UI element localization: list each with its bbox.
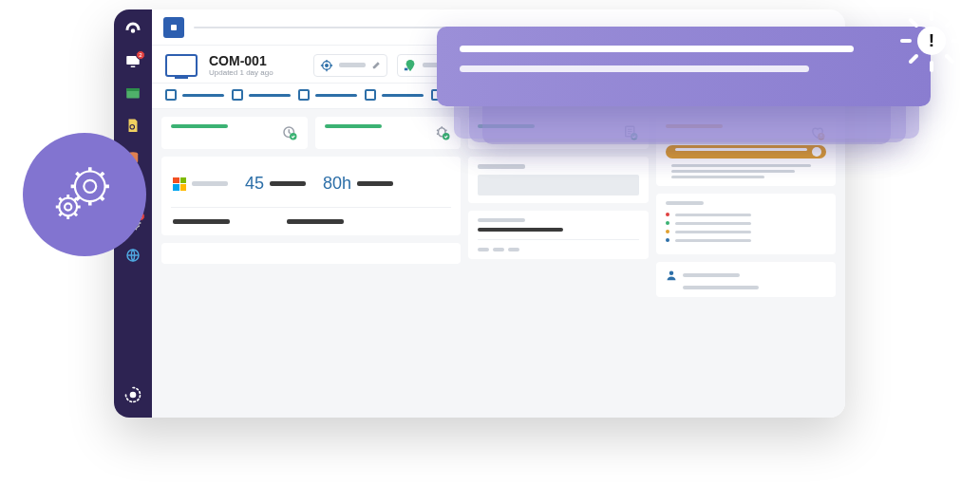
sidebar-globe[interactable]	[123, 247, 142, 264]
map-pin-icon	[404, 59, 417, 72]
app-menu-button[interactable]	[163, 17, 184, 38]
card-user	[656, 262, 836, 297]
metric-uptime: 80h	[323, 174, 393, 194]
notification-body	[460, 65, 809, 72]
metric-os	[173, 177, 228, 191]
asset-title: COM-001	[209, 53, 273, 68]
list-item	[666, 230, 826, 233]
svg-line-29	[911, 20, 916, 26]
windows-icon	[173, 177, 186, 191]
badge-devices: 2	[136, 50, 145, 60]
svg-point-9	[131, 393, 136, 398]
bug-check-icon	[434, 124, 451, 141]
sidebar-dashboard[interactable]	[123, 21, 142, 38]
svg-point-0	[132, 29, 135, 32]
card-info-1	[468, 157, 648, 203]
doc-search-icon	[124, 118, 141, 135]
user-icon	[666, 270, 677, 281]
col-mid	[468, 117, 648, 410]
asset-monitor-icon	[165, 54, 198, 77]
svg-point-23	[65, 203, 71, 210]
card-info-2	[468, 211, 648, 259]
notification-stack	[437, 27, 931, 106]
notification-title	[460, 46, 854, 52]
svg-line-31	[911, 56, 916, 62]
window-icon	[124, 85, 141, 102]
tab-3[interactable]	[298, 89, 357, 101]
svg-line-32	[947, 20, 952, 26]
tab-2[interactable]	[232, 89, 291, 101]
alert-burst: !	[898, 8, 965, 74]
list-item	[666, 213, 826, 216]
status-antivirus[interactable]	[315, 117, 462, 149]
content-grid: 45 80h	[152, 109, 845, 418]
automation-badge	[23, 133, 146, 256]
tab-1[interactable]	[165, 89, 224, 101]
brand-icon	[123, 385, 142, 404]
asset-subtitle: Updated 1 day ago	[209, 68, 273, 77]
tag-target[interactable]	[313, 54, 387, 77]
svg-line-30	[947, 56, 952, 62]
svg-point-11	[325, 64, 328, 66]
clock-check-icon	[281, 124, 298, 141]
sidebar-compliance[interactable]	[123, 118, 142, 135]
svg-rect-2	[131, 66, 136, 68]
svg-point-21	[84, 180, 96, 193]
list-item	[666, 221, 826, 225]
target-icon	[320, 59, 333, 72]
col-right	[656, 117, 836, 410]
card-color-list	[656, 194, 836, 254]
svg-point-22	[75, 172, 105, 202]
sidebar-logo[interactable]	[123, 385, 142, 404]
gears-icon	[50, 160, 119, 229]
status-health[interactable]	[161, 117, 308, 149]
sidebar-apps[interactable]	[123, 85, 142, 102]
edit-icon	[371, 61, 381, 70]
list-item	[666, 238, 826, 242]
metric-count: 45	[245, 174, 306, 194]
globe-icon	[124, 247, 141, 264]
gauge-icon	[124, 21, 141, 38]
sidebar-devices[interactable]: 2	[123, 53, 142, 70]
tab-4[interactable]	[365, 89, 424, 101]
metrics-card: 45 80h	[161, 157, 461, 235]
svg-point-20	[669, 271, 673, 276]
warn-banner[interactable]	[666, 145, 826, 158]
exclamation-icon: !	[917, 27, 946, 55]
card-footer-left	[161, 243, 461, 264]
svg-rect-4	[126, 88, 140, 91]
col-left: 45 80h	[161, 117, 461, 410]
notification-card[interactable]	[437, 27, 931, 106]
svg-rect-12	[404, 67, 407, 70]
